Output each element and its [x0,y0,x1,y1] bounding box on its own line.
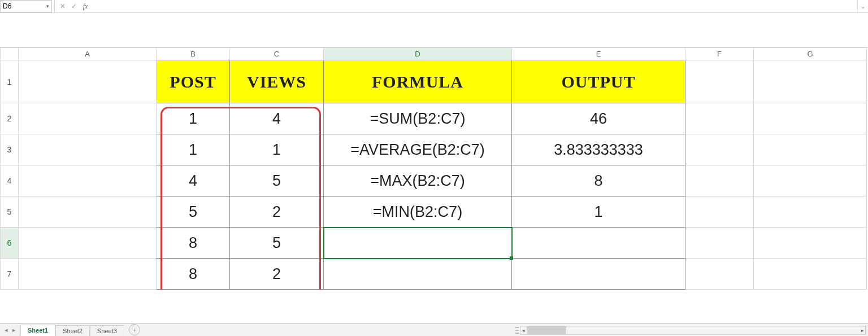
col-header-C[interactable]: C [230,48,324,60]
cell-E1[interactable]: OUTPUT [512,60,685,103]
cell-C7[interactable]: 2 [230,259,324,290]
accept-formula-button[interactable]: ✓ [68,0,80,12]
cell-A7[interactable] [19,259,157,290]
cell-E3[interactable]: 3.833333333 [512,134,685,165]
row-header-3[interactable]: 3 [1,134,19,165]
formula-bar: ▾ ✕ ✓ fx ⌄ [0,0,868,13]
col-header-A[interactable]: A [19,48,157,60]
cell-D4[interactable]: =MAX(B2:C7) [324,165,512,197]
select-all-corner[interactable] [1,48,19,60]
cell-C3[interactable]: 1 [230,134,324,165]
cell-F2[interactable] [685,103,754,134]
cell-G7[interactable] [754,259,867,290]
cell-D6[interactable] [324,228,512,259]
cell-C4[interactable]: 5 [230,165,324,197]
cell-C2[interactable]: 4 [230,103,324,134]
cell-C1[interactable]: VIEWS [230,60,324,103]
row-header-5[interactable]: 5 [1,197,19,228]
cell-F1[interactable] [685,60,754,103]
cell-B7[interactable]: 8 [157,259,230,290]
cell-G6[interactable] [754,228,867,259]
name-box-wrap: ▾ [0,0,52,12]
row-header-2[interactable]: 2 [1,103,19,134]
cell-B1[interactable]: POST [157,60,230,103]
name-box[interactable] [1,1,44,11]
cell-A6[interactable] [19,228,157,259]
col-header-D[interactable]: D [324,48,512,60]
cell-B5[interactable]: 5 [157,197,230,228]
cell-F3[interactable] [685,134,754,165]
col-header-G[interactable]: G [754,48,867,60]
row-header-6[interactable]: 6 [1,228,19,259]
cell-E2[interactable]: 46 [512,103,685,134]
row-header-7[interactable]: 7 [1,259,19,290]
cell-G2[interactable] [754,103,867,134]
cell-G4[interactable] [754,165,867,197]
formula-input[interactable] [91,0,857,12]
col-header-F[interactable]: F [685,48,754,60]
cell-G1[interactable] [754,60,867,103]
cancel-formula-button[interactable]: ✕ [57,0,68,12]
row-header-4[interactable]: 4 [1,165,19,197]
cell-F5[interactable] [685,197,754,228]
cell-D7[interactable] [324,259,512,290]
cell-A4[interactable] [19,165,157,197]
row-header-1[interactable]: 1 [1,60,19,103]
insert-function-button[interactable]: fx [80,0,91,12]
cell-D5[interactable]: =MIN(B2:C7) [324,197,512,228]
cell-A5[interactable] [19,197,157,228]
cell-E5[interactable]: 1 [512,197,685,228]
cell-F6[interactable] [685,228,754,259]
cell-B4[interactable]: 4 [157,165,230,197]
cell-E6[interactable] [512,228,685,259]
cell-F7[interactable] [685,259,754,290]
cell-G5[interactable] [754,197,867,228]
cell-B6[interactable]: 8 [157,228,230,259]
cell-B2[interactable]: 1 [157,103,230,134]
cell-A2[interactable] [19,103,157,134]
cell-F4[interactable] [685,165,754,197]
cell-G3[interactable] [754,134,867,165]
cell-A1[interactable] [19,60,157,103]
expand-formula-bar-button[interactable]: ⌄ [857,0,868,12]
cell-D1[interactable]: FORMULA [324,60,512,103]
col-header-B[interactable]: B [157,48,230,60]
cell-E4[interactable]: 8 [512,165,685,197]
cell-C5[interactable]: 2 [230,197,324,228]
cell-E7[interactable] [512,259,685,290]
cell-D3[interactable]: =AVERAGE(B2:C7) [324,134,512,165]
cell-D2[interactable]: =SUM(B2:C7) [324,103,512,134]
spreadsheet-grid: A B C D E F G 1 POST VIEWS FORMULA OUTPU… [0,47,868,290]
col-header-E[interactable]: E [512,48,685,60]
cell-A3[interactable] [19,134,157,165]
name-box-dropdown[interactable]: ▾ [44,1,51,11]
cell-C6[interactable]: 5 [230,228,324,259]
cell-B3[interactable]: 1 [157,134,230,165]
